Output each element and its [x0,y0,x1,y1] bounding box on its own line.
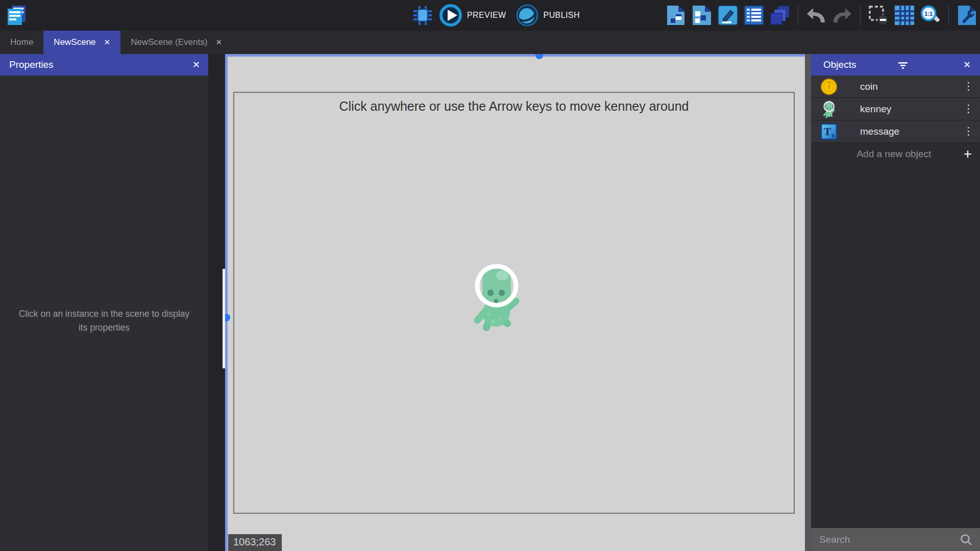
search-icon [960,533,973,546]
properties-empty-message: Click on an instance in the scene to dis… [17,307,191,335]
publish-label: PUBLISH [544,11,584,20]
object-row-coin[interactable]: coin ⋮ [811,76,980,98]
project-manager-icon [5,4,29,27]
scene-settings-button[interactable] [955,4,978,27]
grid-button[interactable] [893,4,916,27]
preview-button[interactable]: PREVIEW [439,4,510,27]
objects-header: Objects ✕ [811,54,980,76]
instances-list-button[interactable] [691,4,713,27]
close-icon[interactable]: ✕ [963,59,971,70]
grid-icon [893,4,916,27]
scene-text-object: Click anywhere or use the Arrow keys to … [234,99,794,114]
tab-home[interactable]: Home [0,31,43,54]
object-menu-icon[interactable]: ⋮ [963,104,974,114]
tab-bar: Home NewScene ✕ NewScene (Events) ✕ [0,31,980,54]
delete-instances-button[interactable] [867,4,890,27]
publish-globe-icon [516,4,539,27]
top-toolbar: PREVIEW PUBLISH [0,0,980,31]
vertical-scroll-track[interactable] [225,54,228,551]
kenney-instance[interactable] [470,260,523,333]
tab-label: NewScene (Events) [131,37,207,47]
project-manager-button[interactable] [5,4,29,27]
toolbar-separator [860,5,861,26]
scene-properties-button[interactable] [743,4,765,27]
object-name: coin [860,81,878,92]
object-row-message[interactable]: T x message ⋮ [811,120,980,143]
svg-text:x: x [831,131,835,139]
svg-text:T: T [824,125,831,138]
instances-page-icon [691,4,713,27]
tab-newscene-events[interactable]: NewScene (Events) ✕ [120,31,232,54]
wrench-page-icon [955,4,978,27]
list-square-icon [743,4,765,27]
layers-icon [769,4,791,27]
close-icon[interactable]: ✕ [215,38,222,47]
toolbar-separator [948,5,949,26]
tab-label: NewScene [54,37,95,47]
selection-minus-icon [867,4,890,27]
toolbar-center: PREVIEW PUBLISH [411,0,584,31]
cursor-coordinates: 1063;263 [228,534,282,551]
object-page-icon [665,4,687,27]
zoom-1-1-icon: 1:1 [919,4,942,27]
text-object-icon: T x [820,123,838,140]
search-input[interactable] [819,534,960,545]
horizontal-scroll-handle[interactable] [535,54,543,59]
object-name: message [860,126,899,137]
object-menu-icon[interactable]: ⋮ [963,126,974,137]
layers-button[interactable] [769,4,791,27]
add-object-button[interactable]: Add a new object + [811,143,980,165]
objects-title: Objects [823,59,856,70]
toolbar-right: 1:1 [665,0,978,31]
vertical-scroll-handle[interactable] [225,314,230,321]
object-name: kenney [860,104,891,115]
panel-divider[interactable] [208,54,225,551]
scene-canvas[interactable]: Click anywhere or use the Arrow keys to … [225,54,805,551]
redo-icon [831,4,853,27]
redo-button[interactable] [831,4,853,27]
main-area: Properties ✕ Click on an instance in the… [0,54,980,551]
toolbar-separator [798,5,798,26]
preview-play-icon [439,4,462,27]
close-icon[interactable]: ✕ [104,38,111,47]
edit-scene-button[interactable] [717,4,739,27]
filter-button[interactable] [897,60,909,69]
horizontal-scroll-track[interactable] [225,54,805,57]
coin-icon [820,78,838,95]
debug-icon [411,4,434,27]
properties-title: Properties [9,59,54,70]
objects-search-bar [811,528,980,551]
filter-icon [897,60,909,69]
pencil-square-icon [717,4,739,27]
svg-text:1:1: 1:1 [924,11,933,17]
undo-icon [805,4,827,27]
add-object-label: Add a new object [811,148,964,160]
properties-body: Click on an instance in the scene to dis… [0,76,208,551]
publish-button[interactable]: PUBLISH [516,4,584,27]
object-menu-icon[interactable]: ⋮ [963,81,974,92]
canvas-scrollbar-gutter[interactable] [805,54,811,551]
properties-header: Properties ✕ [0,54,208,76]
kenney-sprite-icon [820,101,838,118]
debug-button[interactable] [411,4,434,27]
tab-newscene[interactable]: NewScene ✕ [43,31,120,54]
close-icon[interactable]: ✕ [192,59,200,70]
undo-button[interactable] [805,4,827,27]
gdevelop-window: PREVIEW PUBLISH [0,0,980,551]
zoom-original-button[interactable]: 1:1 [919,4,942,27]
objects-panel: Objects ✕ [811,54,980,551]
object-row-kenney[interactable]: kenney ⋮ [811,98,980,120]
export-object-button[interactable] [665,4,687,27]
properties-panel: Properties ✕ Click on an instance in the… [0,54,208,551]
plus-icon: + [964,147,972,161]
preview-label: PREVIEW [467,11,510,20]
tab-label: Home [10,37,33,47]
